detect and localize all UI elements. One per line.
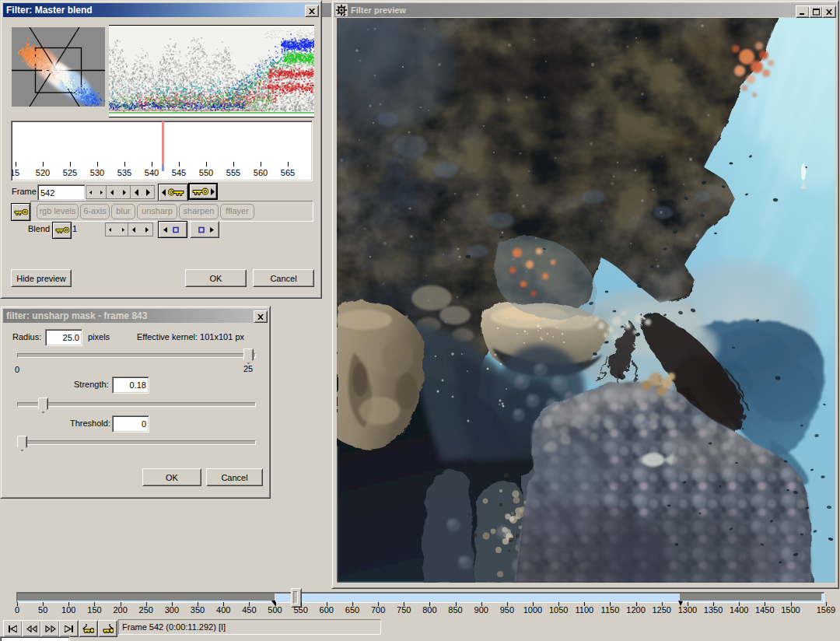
svg-text:750: 750	[397, 605, 411, 615]
svg-text:530: 530	[90, 168, 104, 177]
svg-text:1000: 1000	[523, 605, 542, 615]
svg-text:565: 565	[281, 168, 295, 177]
svg-text:535: 535	[117, 168, 131, 177]
svg-text:450: 450	[242, 605, 256, 615]
svg-text:900: 900	[474, 605, 488, 615]
svg-text:1100: 1100	[575, 605, 593, 615]
svg-text:950: 950	[500, 605, 514, 615]
svg-text:1150: 1150	[601, 605, 620, 615]
svg-text:650: 650	[345, 605, 359, 615]
svg-text:550: 550	[293, 605, 307, 615]
svg-text:1200: 1200	[626, 605, 645, 615]
svg-text:850: 850	[448, 605, 462, 615]
svg-text:1300: 1300	[678, 605, 697, 615]
svg-text:50: 50	[38, 605, 47, 615]
svg-text:560: 560	[254, 168, 268, 177]
svg-text:800: 800	[422, 605, 436, 615]
svg-text:1400: 1400	[730, 605, 748, 615]
svg-text:100: 100	[61, 605, 75, 615]
svg-text:555: 555	[226, 168, 240, 177]
svg-text:550: 550	[199, 168, 213, 177]
svg-text:1500: 1500	[781, 605, 800, 615]
svg-text:1450: 1450	[755, 605, 774, 615]
svg-text:350: 350	[191, 605, 205, 615]
svg-text:700: 700	[371, 605, 385, 615]
svg-text:200: 200	[113, 605, 127, 615]
svg-text:1350: 1350	[704, 605, 723, 615]
svg-text:520: 520	[36, 168, 50, 177]
svg-text:1250: 1250	[653, 605, 671, 615]
svg-text:540: 540	[145, 168, 159, 177]
svg-text:300: 300	[165, 605, 179, 615]
svg-text:1050: 1050	[549, 605, 568, 615]
svg-text:545: 545	[172, 168, 186, 177]
svg-text:400: 400	[216, 605, 230, 615]
svg-text:0: 0	[15, 605, 19, 615]
svg-text:600: 600	[320, 605, 334, 615]
svg-text:250: 250	[139, 605, 153, 615]
svg-text:15: 15	[12, 168, 19, 177]
svg-text:500: 500	[268, 605, 282, 615]
svg-text:150: 150	[87, 605, 101, 615]
svg-text:1569: 1569	[817, 605, 835, 615]
svg-text:525: 525	[63, 168, 77, 177]
